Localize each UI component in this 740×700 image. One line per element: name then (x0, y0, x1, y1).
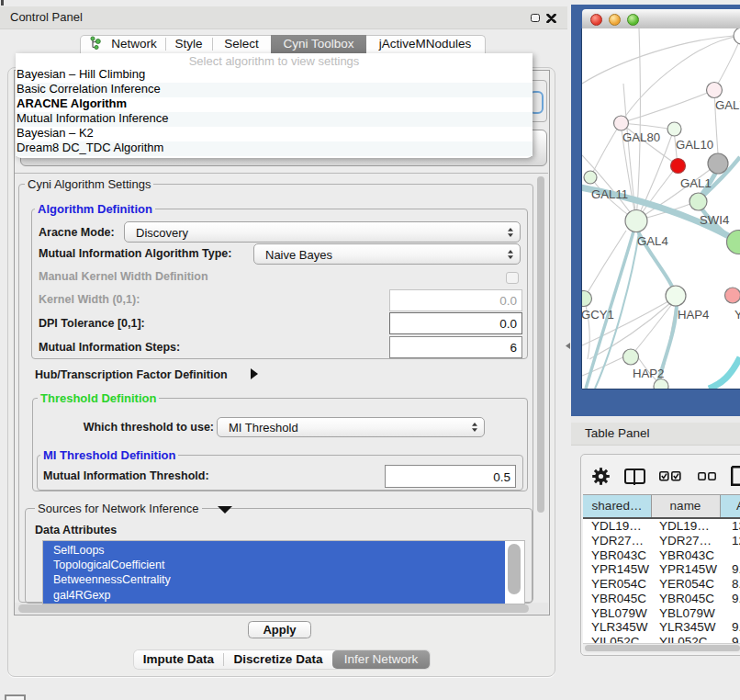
svg-text:GAL1: GAL1 (680, 176, 712, 190)
svg-text:HAP2: HAP2 (633, 367, 664, 380)
svg-text:GCY1: GCY1 (582, 308, 614, 322)
svg-text:GAL4: GAL4 (637, 234, 668, 248)
svg-text:GAL80: GAL80 (622, 130, 660, 144)
svg-text:SWI4: SWI4 (700, 213, 729, 227)
svg-text:GAL11: GAL11 (591, 187, 628, 201)
svg-text:GAL7: GAL7 (715, 98, 740, 112)
svg-text:HAP4: HAP4 (678, 308, 709, 322)
svg-text:Y: Y (734, 308, 740, 322)
svg-text:GAL10: GAL10 (676, 138, 713, 152)
